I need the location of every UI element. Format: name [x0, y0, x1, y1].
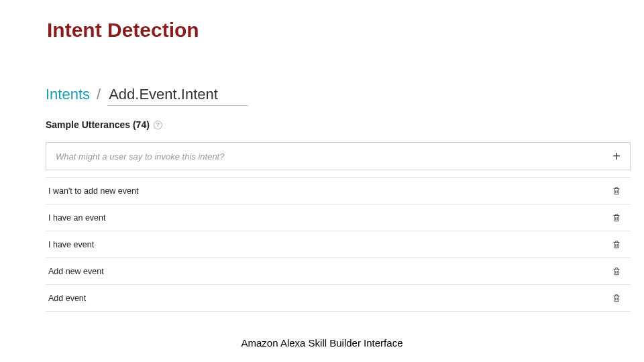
new-utterance-row: + — [46, 142, 631, 170]
utterance-text: I have event — [48, 240, 94, 249]
intent-name-field[interactable]: Add.Event.Intent — [107, 86, 248, 106]
breadcrumb-separator: / — [97, 86, 101, 103]
trash-icon[interactable] — [612, 239, 621, 249]
utterance-text: Add event — [48, 294, 86, 303]
page-title: Intent Detection — [47, 19, 199, 42]
add-utterance-button[interactable]: + — [604, 149, 621, 164]
utterance-text: I have an event — [48, 213, 105, 223]
list-item: I have event — [46, 231, 631, 258]
utterance-text: I wan't to add new event — [48, 186, 138, 196]
help-icon[interactable]: ? — [154, 121, 162, 129]
breadcrumb: Intents / Add.Event.Intent — [46, 86, 631, 106]
list-item: I have an event — [46, 204, 631, 231]
trash-icon[interactable] — [612, 293, 621, 303]
trash-icon[interactable] — [612, 186, 621, 196]
new-utterance-input[interactable] — [56, 152, 604, 162]
sample-utterances-heading: Sample Utterances (74) ? — [46, 119, 631, 130]
sample-utterances-label: Sample Utterances (74) — [46, 119, 150, 130]
list-item: I wan't to add new event — [46, 178, 631, 204]
trash-icon[interactable] — [612, 213, 621, 223]
list-item: Add new event — [46, 258, 631, 285]
trash-icon[interactable] — [612, 266, 621, 276]
breadcrumb-root-link[interactable]: Intents — [46, 86, 90, 103]
utterance-text: Add new event — [48, 267, 104, 276]
skill-builder-panel: Intents / Add.Event.Intent Sample Uttera… — [46, 86, 631, 312]
list-item: Add event — [46, 285, 631, 312]
utterances-list: I wan't to add new event I have an event… — [46, 177, 631, 312]
figure-caption: Amazon Alexa Skill Builder Interface — [0, 337, 644, 349]
